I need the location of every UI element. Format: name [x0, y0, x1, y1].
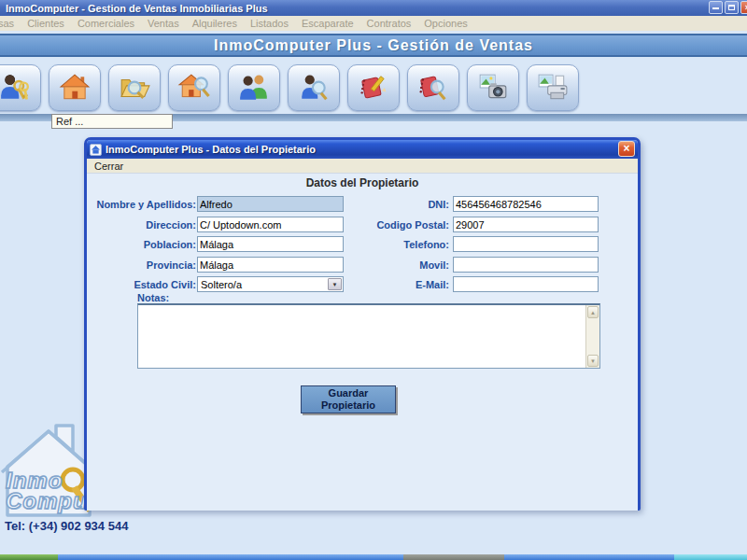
notas-textarea[interactable]: ▲ ▼	[137, 303, 600, 369]
photo-printer-icon	[535, 72, 571, 104]
owner-keys-icon	[0, 72, 33, 104]
dialog-body: Datos del Propietario Nombre y Apellidos…	[87, 174, 638, 511]
label-telefono: Telefono:	[346, 239, 449, 250]
minimize-button[interactable]	[709, 1, 723, 14]
notas-scrollbar[interactable]: ▲ ▼	[585, 305, 599, 368]
app-header-banner: InmoComputer Plus - Gestión de Ventas	[0, 34, 747, 57]
dialog-close-button[interactable]: ×	[618, 141, 635, 157]
clients-icon	[236, 72, 272, 104]
dialog-close-icon: ×	[623, 142, 629, 155]
label-provincia: Provincia:	[96, 259, 196, 271]
form-heading: Datos del Propietario	[87, 176, 638, 189]
guardar-propietario-button[interactable]: Guardar Propietario	[301, 385, 396, 413]
label-email: E-Mail:	[346, 279, 449, 290]
taskbar-segment	[504, 554, 674, 560]
window-titlebar: InmoComputer - Gestion de Ventas Inmobil…	[0, 0, 747, 16]
window-title: InmoComputer - Gestion de Ventas Inmobil…	[6, 3, 268, 14]
folder-search-icon	[117, 72, 152, 104]
menu-item-ventas[interactable]: Ventas	[148, 18, 179, 29]
toolbar-button-photo-printer[interactable]	[527, 64, 579, 111]
label-movil: Movil:	[346, 259, 449, 271]
taskbar-segment	[403, 554, 504, 560]
notebook-search-icon	[416, 72, 451, 104]
label-estado-civil: Estado Civil:	[96, 279, 196, 290]
label-direccion: Direccion:	[96, 219, 196, 231]
toolbar-button-notebook-search[interactable]	[407, 64, 459, 111]
label-poblacion: Poblacion:	[96, 239, 196, 250]
direccion-input[interactable]	[197, 217, 344, 232]
notebook-edit-icon	[356, 72, 391, 104]
email-input[interactable]	[453, 276, 599, 292]
label-codigo-postal: Codigo Postal:	[346, 219, 449, 231]
label-dni: DNI:	[346, 199, 449, 210]
scroll-up-icon[interactable]: ▲	[587, 306, 599, 318]
main-toolbar	[0, 64, 579, 113]
main-menubar: sas Clientes Comerciales Ventas Alquiler…	[0, 16, 747, 31]
toolbar-button-house-search[interactable]	[168, 64, 220, 111]
house-search-icon	[176, 72, 212, 104]
menu-item-alquileres[interactable]: Alquileres	[192, 18, 237, 29]
menu-item-comerciales[interactable]: Comerciales	[78, 18, 134, 29]
toolbar-button-house[interactable]	[49, 64, 101, 111]
dni-input[interactable]	[453, 196, 599, 212]
photo-camera-icon	[475, 72, 511, 104]
label-nombre: Nombre y Apellidos:	[96, 199, 196, 210]
toolbar-button-notebook-edit[interactable]	[347, 64, 400, 111]
taskbar-segment	[58, 554, 403, 560]
taskbar-sliver	[0, 554, 747, 560]
toolbar-button-owner-keys[interactable]	[0, 64, 41, 111]
estado-civil-value: Soltero/a	[201, 279, 242, 290]
menu-item-escaparate[interactable]: Escaparate	[302, 18, 354, 29]
menu-item-opciones[interactable]: Opciones	[424, 18, 467, 29]
restore-icon	[728, 5, 735, 10]
menu-item-contratos[interactable]: Contratos	[367, 18, 412, 29]
propietario-dialog: InmoComputer Plus - Datos del Propietari…	[84, 137, 641, 511]
menu-item-casas[interactable]: sas	[0, 18, 14, 29]
house-icon	[57, 72, 92, 104]
telefono-input[interactable]	[453, 236, 599, 252]
dialog-house-icon	[90, 144, 102, 156]
app-header-title: InmoComputer Plus - Gestión de Ventas	[214, 37, 533, 54]
phone-number: Tel: (+34) 902 934 544	[5, 519, 128, 533]
poblacion-input[interactable]	[197, 236, 344, 252]
provincia-input[interactable]	[197, 257, 344, 273]
restore-button[interactable]	[725, 1, 739, 14]
logo-wordmark: Inmo Comput	[6, 470, 96, 511]
dialog-menu-cerrar[interactable]: Cerrar	[94, 161, 123, 172]
dialog-menubar: Cerrar	[87, 159, 638, 174]
taskbar-start-segment	[0, 554, 58, 560]
save-button-line1: Guardar	[329, 387, 369, 399]
dialog-titlebar: InmoComputer Plus - Datos del Propietari…	[87, 140, 638, 159]
dropdown-arrow-icon[interactable]: ▼	[328, 278, 342, 290]
taskbar-tray-segment	[674, 554, 747, 560]
estado-civil-select[interactable]: Soltero/a ▼	[197, 276, 344, 292]
application-window: InmoComputer - Gestion de Ventas Inmobil…	[0, 0, 747, 560]
person-search-icon	[296, 72, 331, 104]
codigo-postal-input[interactable]	[453, 217, 599, 232]
menu-item-listados[interactable]: Listados	[250, 18, 289, 29]
menu-item-clientes[interactable]: Clientes	[27, 18, 64, 29]
nombre-input[interactable]	[197, 196, 344, 212]
toolbar-button-person-search[interactable]	[288, 64, 340, 111]
close-button[interactable]: ×	[740, 1, 747, 14]
ref-tooltip[interactable]: Ref ...	[51, 114, 173, 129]
toolbar-button-photo-camera[interactable]	[467, 64, 519, 111]
save-button-line2: Propietario	[321, 399, 375, 412]
label-notas: Notas:	[137, 292, 169, 303]
scroll-down-icon[interactable]: ▼	[587, 355, 599, 367]
toolbar-button-clients[interactable]	[228, 64, 280, 111]
minimize-icon	[712, 7, 719, 9]
toolbar-button-folder-search[interactable]	[108, 64, 161, 111]
movil-input[interactable]	[453, 257, 599, 273]
dialog-title: InmoComputer Plus - Datos del Propietari…	[106, 144, 316, 155]
